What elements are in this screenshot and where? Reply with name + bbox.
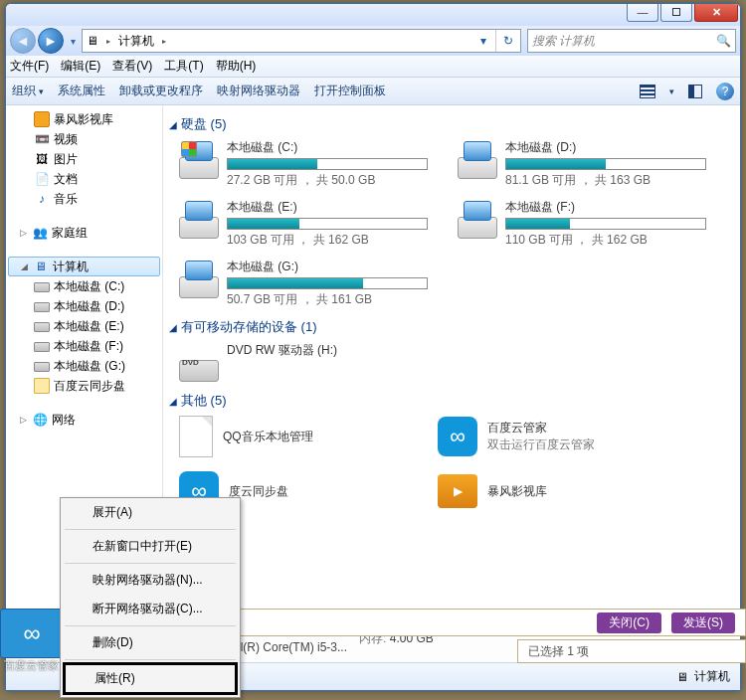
- tree-drive-e[interactable]: 本地磁盘 (E:): [6, 316, 162, 336]
- view-mode-button[interactable]: [640, 85, 655, 98]
- music-icon: ♪: [34, 191, 50, 207]
- lib-documents[interactable]: 📄文档: [6, 169, 162, 189]
- lib-videos[interactable]: 📼视频: [6, 129, 162, 149]
- drive-item[interactable]: 本地磁盘 (D:)81.1 GB 可用 ， 共 163 GB: [458, 139, 706, 189]
- address-dropdown[interactable]: ▾: [471, 34, 495, 48]
- drive-item[interactable]: 本地磁盘 (F:)110 GB 可用 ， 共 162 GB: [458, 199, 706, 249]
- cmd-open-control-panel[interactable]: 打开控制面板: [314, 83, 386, 99]
- status-label: 计算机: [694, 668, 730, 685]
- context-menu-item[interactable]: 断开网络驱动器(C)...: [61, 595, 240, 623]
- group-other: ◢其他 (5) QQ音乐本地管理∞百度云管家双击运行百度云管家∞度云同步盘▶暴风…: [169, 392, 732, 511]
- group-header-other[interactable]: ◢其他 (5): [169, 392, 732, 410]
- drive-free-text: 27.2 GB 可用 ， 共 50.0 GB: [227, 172, 428, 189]
- tree-drive-d[interactable]: 本地磁盘 (D:): [6, 296, 162, 316]
- removable-dvd[interactable]: DVD RW 驱动器 (H:): [179, 342, 428, 382]
- title-bar: — ✕: [6, 4, 740, 26]
- close-button[interactable]: ✕: [694, 4, 738, 22]
- network-icon: 🌐: [32, 412, 48, 428]
- other-item[interactable]: ∞百度云管家双击运行百度云管家: [438, 416, 666, 457]
- context-menu-item[interactable]: 映射网络驱动器(N)...: [61, 566, 240, 595]
- group-removable: ◢有可移动存储的设备 (1) DVD RW 驱动器 (H:): [169, 318, 732, 382]
- drive-usage-bar: [227, 218, 428, 230]
- cmd-map-network-drive[interactable]: 映射网络驱动器: [217, 83, 300, 99]
- menu-help[interactable]: 帮助(H): [216, 58, 257, 75]
- search-box[interactable]: 搜索 计算机 🔍: [527, 29, 736, 53]
- nav-history-dropdown[interactable]: ▾: [66, 28, 80, 54]
- refresh-button[interactable]: ↻: [496, 34, 520, 48]
- context-menu-item[interactable]: 属性(R): [63, 662, 238, 695]
- tree-drive-f[interactable]: 本地磁盘 (F:): [6, 336, 162, 356]
- folder-icon: [34, 378, 50, 394]
- tree-drive-g[interactable]: 本地磁盘 (G:): [6, 356, 162, 376]
- minimize-button[interactable]: —: [627, 4, 658, 22]
- other-item[interactable]: ▶暴风影视库: [438, 471, 666, 511]
- breadcrumb-computer[interactable]: 计算机: [114, 30, 158, 52]
- lib-pictures[interactable]: 🖼图片: [6, 149, 162, 169]
- context-menu-item[interactable]: 展开(A): [61, 498, 240, 527]
- other-item[interactable]: QQ音乐本地管理: [179, 416, 408, 457]
- tree-network[interactable]: ▷🌐网络: [6, 410, 162, 430]
- context-menu-item[interactable]: 删除(D): [61, 628, 240, 657]
- forward-button[interactable]: ►: [38, 28, 64, 54]
- drive-item[interactable]: 本地磁盘 (C:)27.2 GB 可用 ， 共 50.0 GB: [179, 139, 428, 189]
- search-placeholder: 搜索 计算机: [532, 33, 595, 50]
- menu-view[interactable]: 查看(V): [112, 58, 152, 75]
- help-button[interactable]: ?: [716, 83, 734, 100]
- drive-icon: [179, 259, 219, 298]
- breadcrumb-root-icon[interactable]: 🖥: [83, 30, 102, 52]
- group-header-removable[interactable]: ◢有可移动存储的设备 (1): [169, 318, 732, 336]
- taskbar-baidu-caption: 百度云管家: [0, 656, 63, 675]
- menu-edit[interactable]: 编辑(E): [61, 58, 100, 75]
- cmd-system-properties[interactable]: 系统属性: [58, 83, 105, 99]
- other-name: 暴风影视库: [487, 483, 547, 500]
- chat-send-button[interactable]: 发送(S): [671, 612, 735, 633]
- tree-computer[interactable]: ◢🖥计算机: [8, 257, 160, 276]
- taskbar-baidu-icon[interactable]: ∞: [0, 609, 64, 658]
- back-button[interactable]: ◄: [10, 28, 36, 54]
- content-pane: ◢硬盘 (5) 本地磁盘 (C:)27.2 GB 可用 ， 共 50.0 GB本…: [163, 105, 740, 612]
- detail-cpu: ntel(R) Core(TM) i5-3...: [224, 638, 347, 656]
- group-hdd: ◢硬盘 (5) 本地磁盘 (C:)27.2 GB 可用 ， 共 50.0 GB本…: [169, 115, 732, 308]
- drive-icon: [34, 322, 50, 332]
- breadcrumb-sep[interactable]: ▸: [102, 37, 114, 46]
- drive-usage-bar: [505, 158, 706, 170]
- breadcrumb-sep[interactable]: ▸: [158, 37, 170, 46]
- expander-icon[interactable]: ▷: [18, 415, 28, 425]
- pictures-icon: 🖼: [34, 151, 50, 167]
- menu-tools[interactable]: 工具(T): [164, 58, 203, 75]
- lib-baofeng[interactable]: 暴风影视库: [6, 109, 162, 129]
- tree-drive-c[interactable]: 本地磁盘 (C:): [6, 276, 162, 296]
- baidu-icon: ∞: [438, 417, 477, 456]
- collapse-icon: ◢: [169, 396, 177, 407]
- drive-icon: [458, 199, 497, 239]
- drive-usage-bar: [505, 218, 706, 230]
- group-header-hdd[interactable]: ◢硬盘 (5): [169, 115, 732, 133]
- tree-homegroup[interactable]: ▷👥家庭组: [6, 223, 162, 243]
- selection-count: 已选择 1 项: [528, 643, 589, 660]
- drive-item[interactable]: 本地磁盘 (E:)103 GB 可用 ， 共 162 GB: [179, 199, 428, 249]
- organize-menu[interactable]: 组织: [12, 83, 44, 99]
- expander-icon[interactable]: ▷: [18, 228, 28, 238]
- expander-icon[interactable]: ◢: [19, 262, 29, 271]
- address-bar[interactable]: 🖥 ▸ 计算机 ▸ ▾ ↻: [82, 29, 521, 53]
- view-mode-dropdown[interactable]: ▾: [669, 87, 674, 96]
- drive-icon: [34, 362, 50, 372]
- drive-icon: [458, 139, 497, 179]
- lib-music[interactable]: ♪音乐: [6, 189, 162, 209]
- tree-baidu-sync[interactable]: 百度云同步盘: [6, 376, 162, 396]
- context-menu-item[interactable]: 在新窗口中打开(E): [61, 532, 240, 561]
- maximize-button[interactable]: [660, 4, 692, 22]
- homegroup-icon: 👥: [32, 225, 48, 241]
- drive-icon: [34, 342, 50, 352]
- chat-close-button[interactable]: 关闭(C): [597, 612, 661, 633]
- computer-icon: 🖥: [33, 259, 49, 274]
- drive-item[interactable]: 本地磁盘 (G:)50.7 GB 可用 ， 共 161 GB: [179, 259, 428, 308]
- collapse-icon: ◢: [169, 119, 177, 130]
- preview-pane-button[interactable]: [688, 85, 702, 98]
- cmd-uninstall-programs[interactable]: 卸载或更改程序: [119, 83, 203, 99]
- drive-name: 本地磁盘 (E:): [227, 199, 428, 216]
- drive-name: 本地磁盘 (D:): [505, 139, 706, 156]
- menu-file[interactable]: 文件(F): [10, 58, 49, 75]
- address-row: ◄ ► ▾ 🖥 ▸ 计算机 ▸ ▾ ↻ 搜索 计算机 🔍: [6, 26, 740, 56]
- command-bar: 组织 系统属性 卸载或更改程序 映射网络驱动器 打开控制面板 ▾ ?: [6, 78, 740, 105]
